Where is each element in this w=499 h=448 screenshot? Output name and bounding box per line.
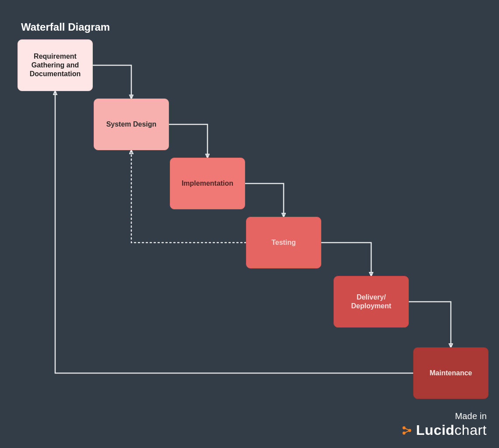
svg-point-1: [402, 431, 405, 434]
svg-point-0: [402, 426, 405, 429]
lucidchart-logo-icon: [401, 424, 413, 437]
node-n0: Requirement Gathering and Documentation: [18, 39, 93, 91]
attribution-brand: Lucidchart: [401, 422, 487, 438]
svg-point-2: [408, 429, 411, 432]
attribution-brand-text: Lucidchart: [416, 422, 487, 438]
node-n2: Implementation: [170, 158, 245, 209]
node-n3: Testing: [246, 217, 321, 268]
diagram-stage: Requirement Gathering and DocumentationS…: [0, 0, 499, 448]
attribution-madein: Made in: [401, 411, 487, 421]
attribution: Made in Lucidchart: [401, 411, 487, 438]
node-n5: Maintenance: [413, 347, 488, 399]
node-n1: System Design: [94, 99, 169, 150]
node-n4: Delivery/ Deployment: [334, 276, 409, 328]
